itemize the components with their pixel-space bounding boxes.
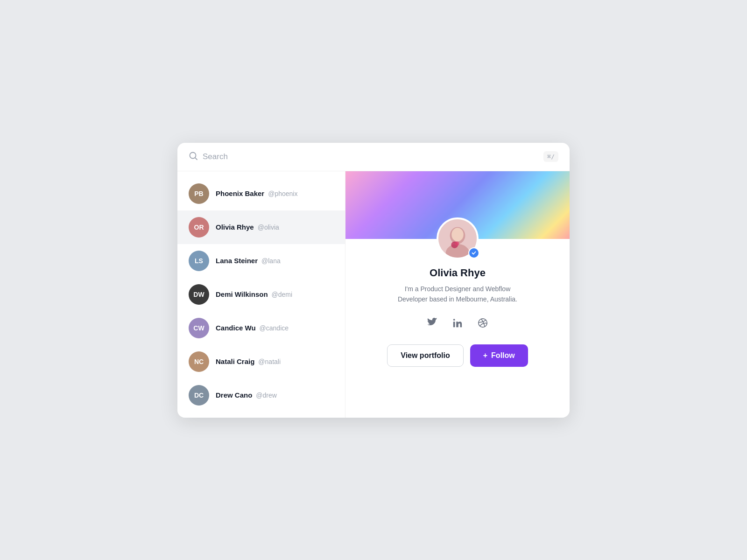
verified-badge: [468, 247, 479, 259]
user-item-natali-craig[interactable]: NCNatali Craig@natali: [177, 345, 345, 378]
profile-banner: [345, 171, 570, 239]
user-item-olivia-rhye[interactable]: OROlivia Rhye@olivia: [177, 210, 345, 244]
svg-rect-8: [453, 322, 455, 328]
view-portfolio-button[interactable]: View portfolio: [387, 344, 463, 367]
search-modal: Search ⌘/ PBPhoenix Baker@phoenixOROlivi…: [177, 143, 570, 418]
user-name-phoenix-baker: Phoenix Baker: [216, 189, 264, 197]
user-info-phoenix-baker: Phoenix Baker@phoenix: [216, 189, 297, 197]
linkedin-icon[interactable]: [449, 315, 466, 331]
svg-line-1: [195, 157, 197, 159]
user-item-drew-cano[interactable]: DCDrew Cano@drew: [177, 378, 345, 412]
social-links: [424, 315, 491, 331]
avatar-candice-wu: CW: [189, 318, 209, 338]
plus-icon: +: [483, 351, 487, 360]
profile-bio: I'm a Product Designer and Webflow Devel…: [392, 284, 523, 305]
user-handle-olivia-rhye: @olivia: [258, 224, 279, 231]
profile-name: Olivia Rhye: [430, 267, 486, 279]
profile-panel: Olivia Rhye I'm a Product Designer and W…: [345, 171, 570, 418]
user-item-lana-steiner[interactable]: LSLana Steiner@lana: [177, 244, 345, 278]
avatar-lana-steiner: LS: [189, 251, 209, 271]
user-item-candice-wu[interactable]: CWCandice Wu@candice: [177, 311, 345, 345]
user-name-demi-wilkinson: Demi Wilkinson: [216, 290, 268, 298]
user-name-drew-cano: Drew Cano: [216, 391, 252, 399]
user-handle-drew-cano: @drew: [256, 392, 277, 399]
svg-point-7: [455, 241, 459, 245]
user-info-natali-craig: Natali Craig@natali: [216, 357, 281, 365]
twitter-icon[interactable]: [424, 315, 441, 331]
svg-point-5: [451, 228, 464, 241]
follow-button[interactable]: + Follow: [470, 344, 528, 367]
user-name-candice-wu: Candice Wu: [216, 324, 256, 332]
svg-point-9: [453, 319, 455, 321]
avatar-natali-craig: NC: [189, 351, 209, 372]
avatar-drew-cano: DC: [189, 385, 209, 406]
search-icon: [189, 151, 198, 162]
profile-body: Olivia Rhye I'm a Product Designer and W…: [345, 239, 570, 382]
search-left: Search: [189, 151, 228, 162]
user-item-demi-wilkinson[interactable]: DWDemi Wilkinson@demi: [177, 278, 345, 311]
user-list: PBPhoenix Baker@phoenixOROlivia Rhye@oli…: [177, 171, 345, 418]
user-info-demi-wilkinson: Demi Wilkinson@demi: [216, 290, 292, 298]
user-info-candice-wu: Candice Wu@candice: [216, 324, 289, 332]
user-handle-natali-craig: @natali: [258, 358, 281, 365]
search-bar: Search ⌘/: [177, 143, 570, 171]
user-handle-demi-wilkinson: @demi: [272, 291, 293, 298]
user-info-olivia-rhye: Olivia Rhye@olivia: [216, 223, 279, 231]
user-info-lana-steiner: Lana Steiner@lana: [216, 257, 281, 265]
follow-label: Follow: [491, 351, 515, 360]
user-handle-phoenix-baker: @phoenix: [268, 190, 297, 197]
user-name-olivia-rhye: Olivia Rhye: [216, 223, 254, 231]
avatar-olivia-rhye: OR: [189, 217, 209, 238]
user-handle-candice-wu: @candice: [260, 324, 289, 332]
avatar-phoenix-baker: PB: [189, 183, 209, 204]
avatar-demi-wilkinson: DW: [189, 284, 209, 305]
action-buttons: View portfolio + Follow: [387, 344, 528, 367]
user-handle-lana-steiner: @lana: [261, 257, 281, 265]
content-area: PBPhoenix Baker@phoenixOROlivia Rhye@oli…: [177, 171, 570, 418]
user-info-drew-cano: Drew Cano@drew: [216, 391, 277, 399]
user-name-lana-steiner: Lana Steiner: [216, 257, 258, 265]
dribbble-icon[interactable]: [474, 315, 491, 331]
search-shortcut: ⌘/: [543, 151, 558, 162]
search-placeholder[interactable]: Search: [203, 152, 228, 161]
user-item-phoenix-baker[interactable]: PBPhoenix Baker@phoenix: [177, 177, 345, 210]
profile-avatar-wrap: [437, 217, 479, 259]
user-name-natali-craig: Natali Craig: [216, 357, 254, 365]
